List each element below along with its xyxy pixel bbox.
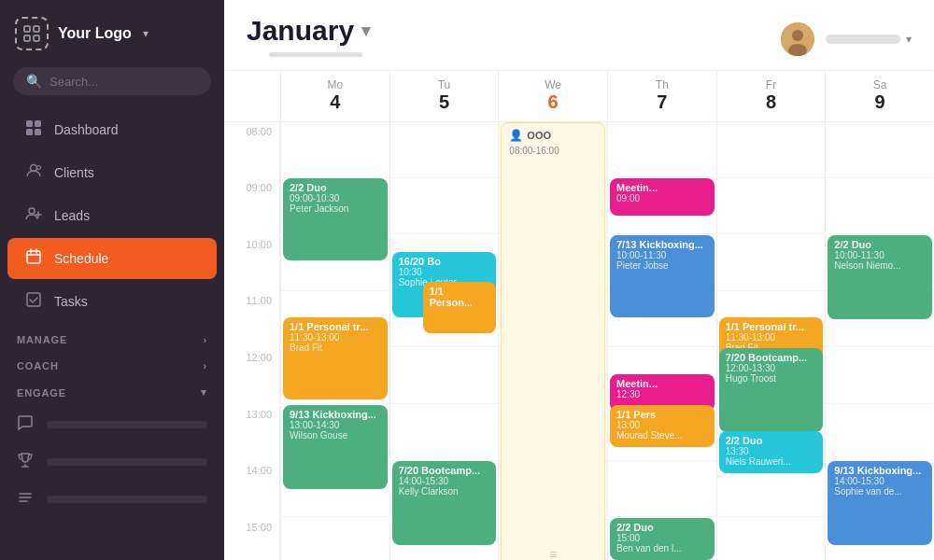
- event-title: 7/20 Bootcamp...: [726, 352, 817, 363]
- search-icon: 🔍: [26, 74, 42, 89]
- event-tu-bootcamp[interactable]: 7/20 Bootcamp... 14:00-15:30 Kelly Clark…: [392, 461, 497, 545]
- event-mo-kickboxing[interactable]: 9/13 Kickboxing... 13:00-14:30 Wilson Go…: [283, 405, 388, 489]
- logo-area[interactable]: Your Logo ▾: [0, 0, 224, 67]
- time-label-1300: 13:00: [224, 405, 280, 461]
- cell-th-1500[interactable]: 2/2 Duo 15:00 Ben van den l...: [607, 518, 716, 560]
- svg-point-9: [37, 166, 41, 170]
- engage-item-trophy[interactable]: [7, 443, 217, 481]
- nav-schedule[interactable]: Schedule: [7, 238, 217, 279]
- cell-sa-1200[interactable]: [825, 348, 934, 404]
- search-bar[interactable]: 🔍: [13, 67, 211, 95]
- cell-tu-1000[interactable]: 16/20 Bo 10:30 Sophie Leuter... 1/1 Pers…: [389, 235, 499, 291]
- cell-th-1000[interactable]: 7/13 Kickboxing... 10:00-11:30 Pieter Jo…: [607, 235, 716, 291]
- engage-section-header[interactable]: ENGAGE ▾: [0, 375, 224, 402]
- nav-tasks[interactable]: Tasks: [7, 281, 217, 322]
- cell-sa-1400[interactable]: 9/13 Kickboxing... 14:00-15:30 Sophie va…: [825, 461, 934, 517]
- nav-dashboard[interactable]: Dashboard: [7, 109, 217, 150]
- svg-point-14: [792, 30, 803, 41]
- engage-chat-bar: [47, 421, 207, 428]
- coach-section-header[interactable]: COACH ›: [0, 349, 224, 375]
- nav-leads[interactable]: Leads: [7, 195, 217, 236]
- event-title: 1/1 Personal tr...: [726, 321, 817, 332]
- calendar-scroll-bar: [269, 52, 362, 57]
- engage-item-chat[interactable]: [7, 406, 217, 443]
- search-input[interactable]: [50, 75, 198, 89]
- cell-mo-1500[interactable]: [280, 518, 389, 560]
- cell-tu-0800[interactable]: [389, 122, 499, 178]
- cell-fr-1500[interactable]: [716, 518, 826, 560]
- event-time: 11:30-13:00: [290, 332, 381, 343]
- event-time: 15:00: [616, 533, 708, 543]
- event-fr-bootcamp[interactable]: 7/20 Bootcamp... 12:00-13:30 Hugo Troost: [719, 348, 824, 432]
- cell-th-1300[interactable]: 1/1 Pers 13:00 Mourad Steve...: [607, 405, 716, 461]
- event-title: 1/1 Pers: [616, 409, 708, 420]
- time-label-1000: 10:00: [224, 235, 280, 291]
- manage-section-header[interactable]: MANAGE ›: [0, 323, 224, 349]
- event-sa-duo[interactable]: 2/2 Duo 10:00-11:30 Nelson Niemo...: [828, 235, 932, 319]
- event-th-duo2[interactable]: 2/2 Duo 15:00 Ben van den l...: [610, 518, 715, 560]
- cell-th-1400[interactable]: [607, 461, 716, 517]
- schedule-icon: [24, 248, 43, 269]
- event-mo-duo[interactable]: 2/2 Duo 09:00-10:30 Peter Jackson: [283, 178, 388, 260]
- engage-item-list[interactable]: [7, 481, 217, 518]
- cell-th-0900[interactable]: Meetin... 09:00: [607, 178, 716, 234]
- month-title[interactable]: January ▾: [247, 15, 385, 47]
- day-header-fr: Fr 8: [716, 71, 826, 122]
- event-name: Wilson Gouse: [290, 430, 381, 441]
- event-time: 10:30: [399, 267, 490, 277]
- list-icon: [17, 489, 35, 510]
- day-number-th: 7: [612, 91, 713, 113]
- cell-th-1200[interactable]: Meetin... 12:30: [607, 348, 716, 404]
- event-th-meeting1[interactable]: Meetin... 09:00: [610, 178, 715, 216]
- cell-fr-1200[interactable]: 7/20 Bootcamp... 12:00-13:30 Hugo Troost: [716, 348, 826, 404]
- event-time: 12:30: [616, 389, 708, 399]
- coach-chevron: ›: [203, 360, 207, 371]
- cell-sa-0900[interactable]: [825, 178, 934, 234]
- cell-mo-1100[interactable]: 1/1 Personal tr... 11:30-13:00 Brad Fit: [280, 291, 389, 347]
- cell-sa-0800[interactable]: [825, 122, 934, 178]
- day-name-fr: Fr: [721, 78, 822, 91]
- event-time: 09:00-10:30: [290, 193, 381, 203]
- cell-we-0900[interactable]: 👤 OOO 08:00-16:00 ≡: [498, 178, 607, 234]
- day-header-sa: Sa 9: [825, 71, 934, 122]
- sidebar: Your Logo ▾ 🔍 Dashboard Clients: [0, 0, 224, 560]
- day-number-fr: 8: [721, 91, 822, 113]
- event-th-kickboxing[interactable]: 7/13 Kickboxing... 10:00-11:30 Pieter Jo…: [610, 235, 715, 317]
- event-th-pers[interactable]: 1/1 Pers 13:00 Mourad Steve...: [610, 405, 715, 447]
- cell-tu-1400[interactable]: 7/20 Bootcamp... 14:00-15:30 Kelly Clark…: [389, 461, 499, 517]
- event-title: 1/1 Personal tr...: [290, 321, 381, 332]
- svg-point-10: [29, 208, 35, 214]
- cell-fr-1000[interactable]: 1/1 Personal tr... 11:30-13:00 Brad Fit: [716, 235, 826, 291]
- event-tu-personal[interactable]: 1/1 Person...: [423, 282, 497, 333]
- cell-mo-0800[interactable]: [280, 122, 389, 178]
- cell-fr-0900[interactable]: [716, 178, 826, 234]
- cell-tu-1200[interactable]: [389, 348, 499, 404]
- avatar[interactable]: [781, 22, 814, 56]
- event-mo-personal[interactable]: 1/1 Personal tr... 11:30-13:00 Brad Fit: [283, 317, 388, 399]
- event-fr-duo2[interactable]: 2/2 Duo 13:30 Niels Rauweri...: [719, 431, 824, 473]
- day-number-mo: 4: [285, 91, 386, 113]
- cell-th-0800[interactable]: [607, 122, 716, 178]
- event-sa-kickboxing[interactable]: 9/13 Kickboxing... 14:00-15:30 Sophie va…: [828, 461, 932, 545]
- event-name: Brad Fit: [290, 343, 381, 353]
- cell-sa-1300[interactable]: [825, 405, 934, 461]
- user-name-area[interactable]: ▾: [826, 33, 912, 46]
- ooo-time: 08:00-16:00: [509, 146, 597, 156]
- day-name-mo: Mo: [285, 78, 386, 91]
- ooo-event[interactable]: 👤 OOO 08:00-16:00 ≡: [501, 122, 605, 560]
- calendar-container[interactable]: Mo 4 Tu 5 We 6 Th 7 Fr 8 Sa 9: [224, 71, 934, 560]
- event-title: 1/1 Person...: [430, 286, 490, 308]
- cell-tu-1300[interactable]: [389, 405, 499, 461]
- day-number-sa: 9: [829, 91, 930, 113]
- svg-rect-1: [34, 26, 39, 32]
- calendar-header: January ▾ ▾: [224, 0, 934, 71]
- svg-rect-7: [35, 129, 41, 135]
- cell-mo-0900[interactable]: 2/2 Duo 09:00-10:30 Peter Jackson: [280, 178, 389, 234]
- cell-sa-1000[interactable]: 2/2 Duo 10:00-11:30 Nelson Niemo...: [825, 235, 934, 291]
- cell-fr-0800[interactable]: [716, 122, 826, 178]
- cell-mo-1300[interactable]: 9/13 Kickboxing... 13:00-14:30 Wilson Go…: [280, 405, 389, 461]
- nav-clients[interactable]: Clients: [7, 152, 217, 193]
- event-title: 7/20 Bootcamp...: [399, 465, 490, 476]
- logo-icon: [15, 17, 49, 50]
- cell-tu-0900[interactable]: [389, 178, 499, 234]
